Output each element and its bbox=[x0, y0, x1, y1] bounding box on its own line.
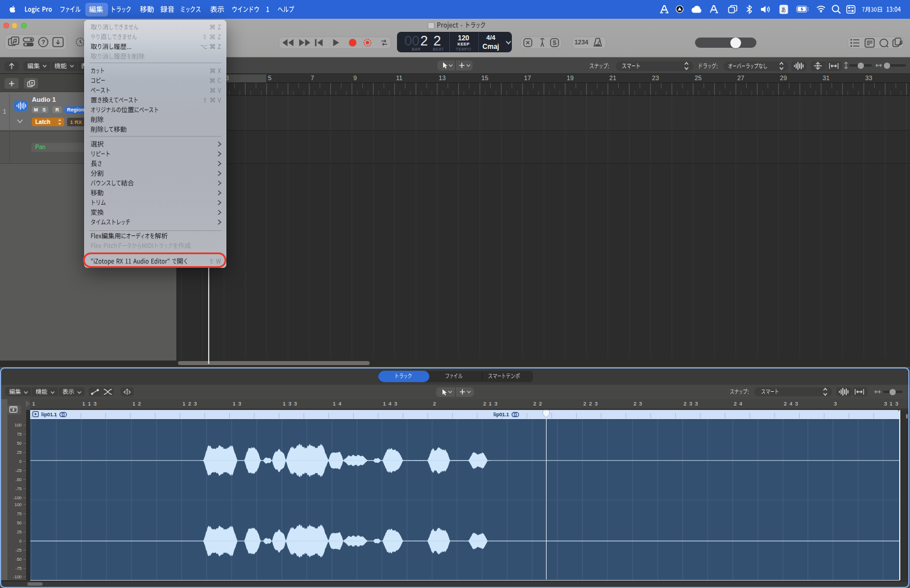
svg-text:?: ? bbox=[42, 39, 46, 45]
svg-text:S: S bbox=[553, 40, 557, 46]
